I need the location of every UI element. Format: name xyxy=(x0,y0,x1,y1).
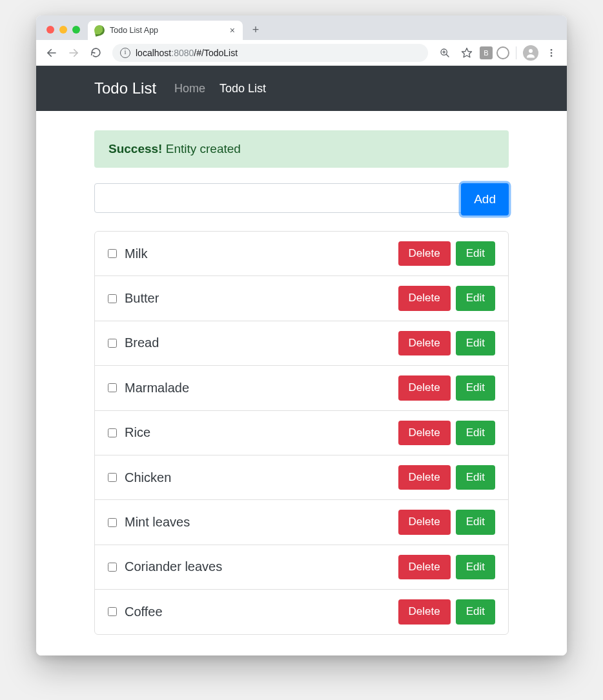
maximize-window-button[interactable] xyxy=(72,26,80,34)
reload-button[interactable] xyxy=(87,44,105,62)
todo-label: Bread xyxy=(125,335,159,350)
todo-item: MilkDeleteEdit xyxy=(95,232,508,276)
extension-circle-icon[interactable] xyxy=(496,46,509,59)
close-window-button[interactable] xyxy=(46,26,54,34)
todo-checkbox[interactable] xyxy=(108,428,117,437)
svg-point-7 xyxy=(529,49,533,53)
url-path: /#/TodoList xyxy=(194,48,238,58)
todo-actions: DeleteEdit xyxy=(398,286,495,310)
todo-actions: DeleteEdit xyxy=(398,421,495,445)
delete-button[interactable]: Delete xyxy=(398,331,451,355)
edit-button[interactable]: Edit xyxy=(456,599,495,624)
edit-button[interactable]: Edit xyxy=(456,375,495,400)
delete-button[interactable]: Delete xyxy=(398,375,451,400)
todo-checkbox[interactable] xyxy=(108,473,117,482)
url-host: localhost xyxy=(136,48,171,58)
todo-item: BreadDeleteEdit xyxy=(95,321,508,366)
todo-checkbox[interactable] xyxy=(108,383,117,392)
delete-button[interactable]: Delete xyxy=(398,421,451,445)
add-button[interactable]: Add xyxy=(461,183,509,215)
address-bar[interactable]: localhost:8080/#/TodoList xyxy=(112,44,428,62)
todo-actions: DeleteEdit xyxy=(398,599,495,624)
app-navbar: Todo List HomeTodo List xyxy=(36,66,567,111)
new-tab-button[interactable]: + xyxy=(247,21,265,39)
delete-button[interactable]: Delete xyxy=(398,465,451,490)
profile-avatar[interactable] xyxy=(523,45,538,61)
browser-toolbar: localhost:8080/#/TodoList B xyxy=(36,40,567,66)
edit-button[interactable]: Edit xyxy=(456,241,495,266)
page-viewport: Todo List HomeTodo List Success! Entity … xyxy=(36,66,567,655)
todo-checkbox[interactable] xyxy=(108,294,117,303)
minimize-window-button[interactable] xyxy=(59,26,67,34)
todo-label: Coriander leaves xyxy=(125,559,222,574)
site-info-icon[interactable] xyxy=(120,48,130,58)
browser-menu-button[interactable] xyxy=(542,44,560,62)
todo-actions: DeleteEdit xyxy=(398,510,495,534)
edit-button[interactable]: Edit xyxy=(456,465,495,490)
todo-checkbox[interactable] xyxy=(108,249,117,258)
delete-button[interactable]: Delete xyxy=(398,286,451,310)
todo-item: ChickenDeleteEdit xyxy=(95,455,508,500)
toolbar-divider xyxy=(516,46,516,59)
alert-strong: Success! xyxy=(108,142,162,155)
todo-actions: DeleteEdit xyxy=(398,241,495,266)
zoom-icon xyxy=(440,48,450,58)
todo-item: ButterDeleteEdit xyxy=(95,276,508,321)
delete-button[interactable]: Delete xyxy=(398,555,451,579)
reload-icon xyxy=(90,47,101,58)
edit-button[interactable]: Edit xyxy=(456,286,495,310)
tab-title: Todo List App xyxy=(110,26,158,35)
todo-item: Coriander leavesDeleteEdit xyxy=(95,545,508,590)
arrow-left-icon xyxy=(46,47,57,59)
nav-links: HomeTodo List xyxy=(174,82,280,95)
todo-actions: DeleteEdit xyxy=(398,465,495,490)
favicon-icon xyxy=(93,24,106,37)
todo-actions: DeleteEdit xyxy=(398,331,495,355)
todo-label: Milk xyxy=(125,246,148,261)
svg-point-10 xyxy=(551,55,553,57)
close-tab-button[interactable]: × xyxy=(229,25,236,35)
navbar-brand[interactable]: Todo List xyxy=(94,79,156,97)
add-todo-row: Add xyxy=(94,183,509,215)
todo-checkbox[interactable] xyxy=(108,518,117,527)
svg-point-9 xyxy=(551,52,553,54)
new-todo-input[interactable] xyxy=(94,183,462,213)
todo-item: RiceDeleteEdit xyxy=(95,411,508,455)
star-icon xyxy=(461,47,473,59)
todo-actions: DeleteEdit xyxy=(398,555,495,579)
todo-item: Mint leavesDeleteEdit xyxy=(95,500,508,545)
todo-checkbox[interactable] xyxy=(108,607,117,616)
todo-list: MilkDeleteEditButterDeleteEditBreadDelet… xyxy=(94,231,509,635)
svg-marker-6 xyxy=(462,48,472,57)
kebab-icon xyxy=(546,48,557,58)
todo-checkbox[interactable] xyxy=(108,563,117,572)
svg-line-3 xyxy=(446,54,449,57)
todo-checkbox[interactable] xyxy=(108,339,117,348)
bookmark-button[interactable] xyxy=(458,44,476,62)
todo-label: Butter xyxy=(125,291,159,306)
svg-point-8 xyxy=(551,49,553,51)
alert-message: Entity created xyxy=(162,142,240,155)
forward-button[interactable] xyxy=(65,44,83,62)
page-container: Success! Entity created Add MilkDeleteEd… xyxy=(36,111,567,635)
edit-button[interactable]: Edit xyxy=(456,331,495,355)
todo-label: Rice xyxy=(125,425,150,440)
delete-button[interactable]: Delete xyxy=(398,241,451,266)
edit-button[interactable]: Edit xyxy=(456,421,495,445)
delete-button[interactable]: Delete xyxy=(398,510,451,534)
todo-item: MarmaladeDeleteEdit xyxy=(95,366,508,410)
edit-button[interactable]: Edit xyxy=(456,555,495,579)
browser-tab[interactable]: Todo List App × xyxy=(88,21,243,40)
success-alert: Success! Entity created xyxy=(94,130,509,168)
zoom-button[interactable] xyxy=(436,44,454,62)
todo-label: Chicken xyxy=(125,470,171,485)
back-button[interactable] xyxy=(43,44,61,62)
delete-button[interactable]: Delete xyxy=(398,599,451,624)
edit-button[interactable]: Edit xyxy=(456,510,495,534)
extension-badge[interactable]: B xyxy=(480,46,493,59)
nav-link-home[interactable]: Home xyxy=(174,82,205,95)
nav-link-todo-list[interactable]: Todo List xyxy=(220,82,266,95)
todo-actions: DeleteEdit xyxy=(398,375,495,400)
browser-window: Todo List App × + localhost:8080/#/TodoL… xyxy=(36,15,567,655)
toolbar-right: B xyxy=(436,44,560,62)
